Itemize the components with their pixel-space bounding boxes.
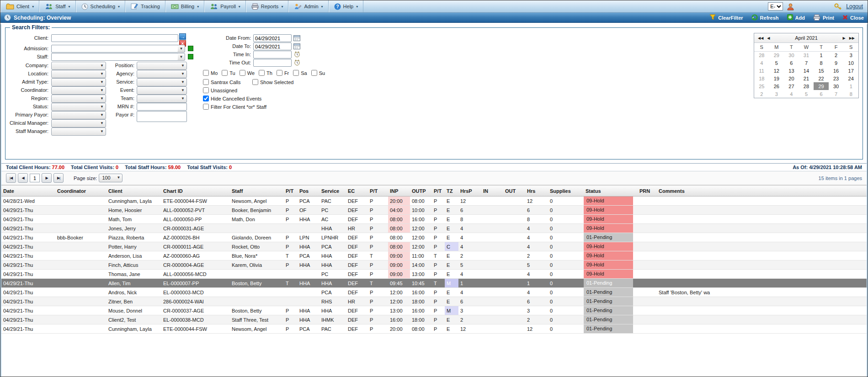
grid-column-header[interactable]: EC — [346, 186, 368, 196]
unassigned-checkbox[interactable] — [203, 87, 209, 93]
weekday-checkbox-fr[interactable] — [277, 70, 282, 76]
table-row[interactable]: 04/29/21-Thubbb-BookerPiazza, RobertaAZ-… — [1, 233, 867, 242]
calendar-day[interactable]: 9 — [829, 59, 844, 67]
time-out-clock-icon[interactable] — [293, 59, 301, 66]
calendar-day[interactable]: 30 — [784, 51, 799, 59]
menu-item-help[interactable]: ?Help▾ — [329, 0, 364, 12]
table-row[interactable]: 04/29/21-ThuThomas, JaneALL-0000056-MCDP… — [1, 270, 867, 279]
grid-column-header[interactable]: TZ — [445, 186, 458, 196]
client-open-button[interactable]: → — [179, 33, 186, 40]
calendar-next-month-icon[interactable]: ▶ — [841, 36, 847, 40]
filter_or-checkbox[interactable] — [203, 104, 209, 110]
calendar-day[interactable]: 3 — [843, 51, 858, 59]
page-size-select[interactable]: 100▼ — [99, 174, 122, 182]
calendar-day[interactable]: 1 — [843, 82, 858, 90]
time-in-clock-icon[interactable] — [293, 51, 301, 58]
calendar-day[interactable]: 13 — [784, 67, 799, 74]
grid-column-header[interactable]: Staff — [230, 186, 284, 196]
grid-column-header[interactable]: HrsP — [458, 186, 481, 196]
calendar-day[interactable]: 18 — [754, 74, 769, 82]
grid-column-header[interactable]: Supplies — [548, 186, 584, 196]
last-page-button[interactable]: ▶| — [53, 173, 64, 183]
grid-column-header[interactable]: Chart ID — [161, 186, 230, 196]
grid-column-header[interactable]: Hrs — [525, 186, 548, 196]
page-number-input[interactable] — [30, 174, 40, 182]
grid-column-header[interactable]: Pos — [298, 186, 320, 196]
calendar-day[interactable]: 10 — [843, 59, 858, 67]
grid-column-header[interactable]: Status — [584, 186, 638, 196]
calendar-day[interactable]: 16 — [829, 67, 844, 74]
calendar-day[interactable]: 2 — [754, 90, 769, 98]
calendar-day[interactable]: 22 — [814, 74, 829, 82]
weekday-checkbox-tu[interactable] — [222, 70, 228, 76]
calendar-day[interactable]: 6 — [814, 90, 829, 98]
next-page-button[interactable]: ▶ — [42, 173, 52, 183]
calendar-day[interactable]: 29 — [814, 82, 829, 90]
calendar-day[interactable]: 15 — [814, 67, 829, 74]
calendar-day[interactable]: 17 — [843, 67, 858, 74]
calendar-day[interactable]: 23 — [829, 74, 844, 82]
mrn-input[interactable] — [137, 103, 187, 111]
table-row[interactable]: 04/29/21-ThuAnderson, LisaAZ-0000060-AGB… — [1, 251, 867, 260]
grid-column-header[interactable]: IN — [481, 186, 503, 196]
admission-input[interactable] — [51, 45, 178, 53]
environment-select[interactable]: E- — [768, 2, 783, 11]
menu-item-admin[interactable]: Admin▾ — [288, 0, 328, 12]
table-row[interactable]: 04/29/21-ThuMath, TomALL-0000050-PPMath,… — [1, 215, 867, 224]
clinical-manager-select[interactable]: ▼ — [51, 119, 106, 127]
table-row[interactable]: 04/28/21-WedCunningham, LaylaETE-0000044… — [1, 196, 867, 206]
calendar-day[interactable]: 8 — [843, 90, 858, 98]
add-button[interactable]: Add — [787, 14, 805, 21]
calendar-day[interactable]: 31 — [799, 51, 814, 59]
time-in-input[interactable] — [253, 51, 292, 58]
date-to-calendar-icon[interactable] — [293, 42, 301, 50]
grid-column-header[interactable]: Coordinator — [55, 186, 107, 196]
refresh-button[interactable]: Refresh — [751, 14, 779, 21]
calendar-day[interactable]: 14 — [799, 67, 814, 74]
table-row[interactable]: 04/29/21-ThuAllen, TimEL-0000007-PPBosto… — [1, 279, 867, 288]
weekday-checkbox-mo[interactable] — [203, 70, 209, 76]
grid-column-header[interactable]: Client — [107, 186, 161, 196]
grid-column-header[interactable]: PRN — [638, 186, 657, 196]
calendar-day[interactable]: 6 — [784, 59, 799, 67]
calendar-day[interactable]: 12 — [769, 67, 784, 74]
calendar-day[interactable]: 29 — [769, 51, 784, 59]
calendar-day[interactable]: 26 — [769, 82, 784, 90]
calendar-day[interactable]: 4 — [754, 59, 769, 67]
show_selected-checkbox[interactable] — [252, 79, 258, 85]
staff-manager-select[interactable]: ▼ — [51, 127, 106, 136]
close-button[interactable]: Close — [842, 14, 864, 21]
position-select[interactable]: ▼ — [137, 62, 187, 70]
client-input[interactable] — [51, 34, 178, 42]
table-row[interactable]: 04/29/21-ThuHome, HoosierALL-0000052-PVT… — [1, 206, 867, 215]
grid-column-header[interactable]: Service — [320, 186, 346, 196]
calendar-day[interactable]: 30 — [829, 82, 844, 90]
staff-input[interactable] — [51, 53, 178, 61]
santrax-checkbox[interactable] — [203, 79, 209, 85]
grid-column-header[interactable]: Comments — [657, 186, 867, 196]
calendar-day[interactable]: 21 — [799, 74, 814, 82]
calendar-next-year-icon[interactable]: ▶▶ — [847, 36, 857, 40]
menu-item-client[interactable]: Client▾ — [0, 0, 39, 12]
grid-column-header[interactable]: Date — [1, 186, 55, 196]
time-out-input[interactable] — [253, 59, 292, 67]
grid-column-header[interactable]: P/T — [284, 186, 298, 196]
calendar-prev-year-icon[interactable]: ◀◀ — [756, 36, 765, 40]
calendar-day[interactable]: 5 — [769, 59, 784, 67]
calendar-prev-month-icon[interactable]: ◀ — [765, 36, 772, 40]
date-to-input[interactable] — [253, 42, 292, 50]
table-row[interactable]: 04/29/21-ThuPotter, HarryCR-0000011-AGER… — [1, 242, 867, 251]
menu-item-tracking[interactable]: Tracking — [125, 0, 165, 12]
menu-item-scheduling[interactable]: Scheduling▾ — [76, 0, 125, 12]
grid-column-header[interactable]: INP — [388, 186, 410, 196]
calendar-day[interactable]: 3 — [769, 90, 784, 98]
table-row[interactable]: 04/29/21-ThuClient2, TestEL-0000038-MCDS… — [1, 315, 867, 324]
calendar-day[interactable]: 24 — [843, 74, 858, 82]
clear-filter-button[interactable]: ClearFilter — [709, 14, 743, 21]
payor-num-input[interactable] — [137, 111, 187, 122]
grid-column-header[interactable]: P/T — [368, 186, 388, 196]
table-row[interactable]: 04/29/21-ThuMouse, DonnelCR-0000037-AGEB… — [1, 306, 867, 315]
weekday-checkbox-su[interactable] — [311, 70, 317, 76]
calendar-day[interactable]: 8 — [814, 59, 829, 67]
calendar-day[interactable]: 4 — [784, 90, 799, 98]
